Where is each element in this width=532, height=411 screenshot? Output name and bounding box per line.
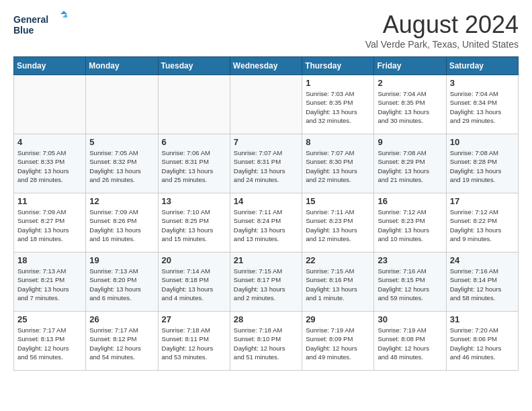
day-info-line: and 24 minutes. — [234, 175, 298, 184]
cell-week3-day5: 15Sunrise: 7:11 AMSunset: 8:23 PMDayligh… — [302, 193, 374, 253]
day-info-line: Daylight: 13 hours — [89, 226, 154, 234]
day-number: 14 — [234, 196, 298, 206]
cell-week5-day6: 30Sunrise: 7:19 AMSunset: 8:08 PMDayligh… — [374, 312, 446, 371]
cell-week2-day3: 6Sunrise: 7:06 AMSunset: 8:31 PMDaylight… — [158, 134, 230, 193]
cell-week1-day3 — [158, 75, 230, 134]
day-number: 1 — [306, 78, 370, 88]
day-info-line: and 29 minutes. — [450, 116, 515, 125]
day-info-line: Daylight: 13 hours — [89, 285, 154, 293]
day-info-line: and 7 minutes. — [17, 293, 82, 302]
header-saturday: Saturday — [446, 57, 518, 75]
cell-week4-day7: 24Sunrise: 7:16 AMSunset: 8:14 PMDayligh… — [446, 253, 518, 312]
day-info-line: Sunrise: 7:17 AM — [89, 326, 154, 334]
day-info-line: Daylight: 12 hours — [89, 344, 154, 353]
day-info-line: Sunset: 8:20 PM — [89, 275, 154, 284]
day-info-line: Daylight: 13 hours — [17, 167, 82, 175]
day-number: 22 — [306, 255, 370, 265]
day-info-line: Sunset: 8:35 PM — [306, 98, 370, 107]
svg-text:Blue: Blue — [13, 25, 34, 36]
day-info-line: Sunset: 8:16 PM — [306, 275, 370, 284]
day-info-line: Sunrise: 7:08 AM — [378, 148, 442, 157]
day-number: 18 — [17, 255, 82, 265]
day-number: 10 — [450, 137, 515, 147]
day-info-line: Daylight: 13 hours — [162, 167, 226, 175]
day-info-line: and 53 minutes. — [162, 353, 226, 361]
day-info-line: Sunset: 8:21 PM — [17, 275, 82, 284]
day-info-line: Daylight: 12 hours — [17, 344, 82, 353]
day-info-line: Daylight: 13 hours — [17, 226, 82, 234]
day-info-line: Sunrise: 7:05 AM — [89, 148, 154, 157]
day-info-line: and 54 minutes. — [89, 353, 154, 361]
day-info-line: Sunrise: 7:20 AM — [450, 326, 515, 334]
calendar-table: Sunday Monday Tuesday Wednesday Thursday… — [13, 56, 519, 371]
day-info-line: and 21 minutes. — [378, 175, 442, 184]
day-info-line: Daylight: 12 hours — [234, 344, 298, 353]
day-info-line: Sunrise: 7:18 AM — [234, 326, 298, 334]
day-info-line: Daylight: 13 hours — [234, 285, 298, 293]
day-info-line: Sunset: 8:31 PM — [234, 157, 298, 166]
day-number: 30 — [378, 314, 442, 324]
day-info-line: and 30 minutes. — [378, 116, 442, 125]
day-info-line: Sunrise: 7:05 AM — [17, 148, 82, 157]
day-info-line: and 4 minutes. — [162, 293, 226, 302]
days-header-row: Sunday Monday Tuesday Wednesday Thursday… — [14, 57, 519, 75]
week-row-3: 11Sunrise: 7:09 AMSunset: 8:27 PMDayligh… — [14, 193, 519, 253]
day-number: 4 — [17, 137, 82, 147]
day-number: 7 — [234, 137, 298, 147]
day-info-line: Daylight: 12 hours — [378, 344, 442, 353]
cell-week5-day5: 29Sunrise: 7:19 AMSunset: 8:09 PMDayligh… — [302, 312, 374, 371]
svg-text:General: General — [13, 14, 48, 25]
day-info-line: Sunset: 8:17 PM — [234, 275, 298, 284]
day-info-line: and 32 minutes. — [306, 116, 370, 125]
day-info-line: and 25 minutes. — [162, 175, 226, 184]
day-info-line: and 22 minutes. — [306, 175, 370, 184]
day-info-line: Sunset: 8:35 PM — [378, 98, 442, 107]
day-info-line: Sunset: 8:23 PM — [306, 216, 370, 225]
day-info-line: Sunrise: 7:19 AM — [378, 326, 442, 334]
day-info-line: and 1 minute. — [306, 293, 370, 302]
day-info-line: Sunrise: 7:11 AM — [306, 208, 370, 216]
day-info-line: Daylight: 12 hours — [306, 344, 370, 353]
day-info-line: Sunrise: 7:12 AM — [450, 208, 515, 216]
day-info-line: Daylight: 13 hours — [89, 167, 154, 175]
day-info-line: Sunrise: 7:08 AM — [450, 148, 515, 157]
day-info-line: Sunset: 8:06 PM — [450, 334, 515, 343]
day-number: 29 — [306, 314, 370, 324]
cell-week3-day1: 11Sunrise: 7:09 AMSunset: 8:27 PMDayligh… — [14, 193, 86, 253]
logo-svg: General Blue — [13, 11, 67, 38]
header-thursday: Thursday — [302, 57, 374, 75]
day-info-line: Daylight: 12 hours — [450, 344, 515, 353]
day-info-line: Sunset: 8:23 PM — [378, 216, 442, 225]
location: Val Verde Park, Texas, United States — [365, 39, 519, 50]
day-info-line: and 48 minutes. — [378, 353, 442, 361]
day-info-line: Sunset: 8:09 PM — [306, 334, 370, 343]
cell-week4-day3: 20Sunrise: 7:14 AMSunset: 8:18 PMDayligh… — [158, 253, 230, 312]
cell-week1-day5: 1Sunrise: 7:03 AMSunset: 8:35 PMDaylight… — [302, 75, 374, 134]
cell-week5-day4: 28Sunrise: 7:18 AMSunset: 8:10 PMDayligh… — [230, 312, 302, 371]
cell-week5-day1: 25Sunrise: 7:17 AMSunset: 8:13 PMDayligh… — [14, 312, 86, 371]
day-number: 5 — [89, 137, 154, 147]
cell-week3-day6: 16Sunrise: 7:12 AMSunset: 8:23 PMDayligh… — [374, 193, 446, 253]
day-info-line: Sunset: 8:12 PM — [89, 334, 154, 343]
cell-week1-day4 — [230, 75, 302, 134]
day-info-line: Daylight: 13 hours — [162, 226, 226, 234]
header-friday: Friday — [374, 57, 446, 75]
day-info-line: Daylight: 12 hours — [378, 285, 442, 293]
day-info-line: Daylight: 13 hours — [450, 167, 515, 175]
day-info-line: and 49 minutes. — [306, 353, 370, 361]
day-info-line: Sunset: 8:11 PM — [162, 334, 226, 343]
day-info-line: and 46 minutes. — [450, 353, 515, 361]
week-row-1: 1Sunrise: 7:03 AMSunset: 8:35 PMDaylight… — [14, 75, 519, 134]
day-info-line: and 59 minutes. — [378, 293, 442, 302]
cell-week3-day3: 13Sunrise: 7:10 AMSunset: 8:25 PMDayligh… — [158, 193, 230, 253]
day-info-line: Daylight: 13 hours — [162, 285, 226, 293]
day-number: 28 — [234, 314, 298, 324]
cell-week2-day7: 10Sunrise: 7:08 AMSunset: 8:28 PMDayligh… — [446, 134, 518, 193]
day-info-line: Daylight: 13 hours — [378, 167, 442, 175]
cell-week4-day6: 23Sunrise: 7:16 AMSunset: 8:15 PMDayligh… — [374, 253, 446, 312]
header-monday: Monday — [86, 57, 158, 75]
day-info-line: Sunrise: 7:10 AM — [162, 208, 226, 216]
day-number: 11 — [17, 196, 82, 206]
day-info-line: Daylight: 12 hours — [162, 344, 226, 353]
day-number: 21 — [234, 255, 298, 265]
